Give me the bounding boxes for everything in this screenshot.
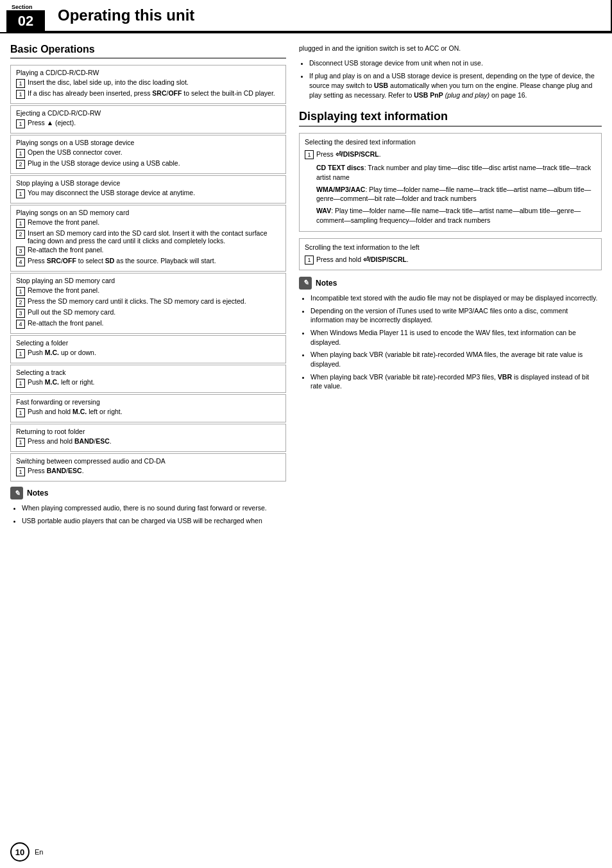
step-num: 1 xyxy=(16,287,25,296)
right-bottom-notes-list: Incompatible text stored with the audio … xyxy=(299,293,602,391)
format-cd-text: CD TEXT discs: Track number and play tim… xyxy=(316,163,596,182)
step-num: 1 xyxy=(16,379,25,388)
step: 1Press and hold ⏎/DISP/SCRL. xyxy=(305,255,596,265)
instr-title: Selecting the desired text information xyxy=(305,137,596,147)
note-item: Incompatible text stored with the audio … xyxy=(310,293,602,303)
section-label: Section xyxy=(6,1,45,10)
notes-label: Notes xyxy=(316,279,337,288)
step-num: 1 xyxy=(16,467,25,476)
step-num: 1 xyxy=(305,256,314,265)
notes-header: ✎ Notes xyxy=(10,487,286,499)
displaying-text-heading: Displaying text information xyxy=(299,110,602,126)
step: 1Push M.C. left or right. xyxy=(16,378,280,388)
step: 1Press ⏎/DISP/SCRL. xyxy=(305,150,596,159)
step-num: 4 xyxy=(16,320,25,329)
page-footer: 10 En xyxy=(10,842,43,862)
step-text: Remove the front panel. xyxy=(28,286,280,294)
step-num: 1 xyxy=(305,150,314,159)
instr-group-usb-play: Playing songs on a USB storage device 1O… xyxy=(10,135,286,174)
instr-group-track: Selecting a track 1Push M.C. left or rig… xyxy=(10,365,286,393)
notes-header: ✎ Notes xyxy=(299,277,602,290)
step-num: 1 xyxy=(16,149,25,158)
right-column: plugged in and the ignition switch is se… xyxy=(299,44,602,528)
note-item: If plug and play is on and a USB storage… xyxy=(309,71,602,100)
step-text: Press BAND/ESC. xyxy=(28,467,280,474)
notes-list: When playing compressed audio, there is … xyxy=(10,503,286,525)
left-notes-section: ✎ Notes When playing compressed audio, t… xyxy=(10,487,286,525)
instr-group-root: Returning to root folder 1Press and hold… xyxy=(10,424,286,452)
format-wma: WMA/MP3/AAC: Play time—folder name—file … xyxy=(316,185,596,204)
instr-title: Selecting a track xyxy=(16,369,280,376)
step-text: Plug in the USB storage device using a U… xyxy=(28,159,280,167)
page-title: Operating this unit xyxy=(45,0,612,32)
main-content: Basic Operations Playing a CD/CD-R/CD-RW… xyxy=(0,33,612,539)
step: 1Push M.C. up or down. xyxy=(16,349,280,358)
language-label: En xyxy=(35,848,43,856)
step-text: Push M.C. up or down. xyxy=(28,349,280,356)
step-num: 1 xyxy=(16,90,25,99)
instruction-groups: Playing a CD/CD-R/CD-RW 1Insert the disc… xyxy=(10,65,286,482)
step-text: You may disconnect the USB storage devic… xyxy=(28,189,280,196)
notes-icon: ✎ xyxy=(10,487,23,499)
step-text: Open the USB connector cover. xyxy=(28,148,280,156)
basic-operations-heading: Basic Operations xyxy=(10,44,286,58)
step-text: Pull out the SD memory card. xyxy=(28,308,280,316)
instr-title: Playing a CD/CD-R/CD-RW xyxy=(16,69,280,76)
note-item: When Windows Media Player 11 is used to … xyxy=(310,328,602,347)
right-notes-section: ✎ Notes Incompatible text stored with th… xyxy=(299,277,602,391)
notes-icon: ✎ xyxy=(299,277,312,290)
instr-group-eject: Ejecting a CD/CD-R/CD-RW 1Press ▲ (eject… xyxy=(10,105,286,134)
note-item: When playing compressed audio, there is … xyxy=(22,503,286,513)
instr-group-folder: Selecting a folder 1Push M.C. up or down… xyxy=(10,335,286,363)
instr-group-sd-play: Playing songs on an SD memory card 1Remo… xyxy=(10,205,286,272)
step: 1Press BAND/ESC. xyxy=(16,467,280,476)
instr-group-ff: Fast forwarding or reversing 1Push and h… xyxy=(10,394,286,422)
step-text: If a disc has already been inserted, pre… xyxy=(28,89,280,97)
step: 1Push and hold M.C. left or right. xyxy=(16,408,280,417)
step-text: Press ⏎/DISP/SCRL. xyxy=(316,150,596,159)
disp-instr-box-select: Selecting the desired text information 1… xyxy=(299,133,602,232)
step-num: 1 xyxy=(16,408,25,417)
step-num: 4 xyxy=(16,257,25,266)
step-num: 3 xyxy=(16,247,25,256)
instr-title: Scrolling the text information to the le… xyxy=(305,243,596,252)
step-text: Press and hold BAND/ESC. xyxy=(28,437,280,445)
instr-title: Stop playing a USB storage device xyxy=(16,179,280,187)
step-text: Press SRC/OFF to select SD as the source… xyxy=(28,257,280,265)
step-text: Insert an SD memory card into the SD car… xyxy=(28,229,280,245)
note-item: When playing back VBR (variable bit rate… xyxy=(310,372,602,391)
step: 1Remove the front panel. xyxy=(16,286,280,296)
instr-title: Playing songs on a USB storage device xyxy=(16,139,280,146)
step-num: 2 xyxy=(16,160,25,169)
step-text: Insert the disc, label side up, into the… xyxy=(28,78,280,86)
step-num: 1 xyxy=(16,189,25,198)
page-header: Section 02 Operating this unit xyxy=(0,0,612,33)
step: 1You may disconnect the USB storage devi… xyxy=(16,189,280,198)
step-text: Press the SD memory card until it clicks… xyxy=(28,297,280,305)
instr-group-cd: Playing a CD/CD-R/CD-RW 1Insert the disc… xyxy=(10,65,286,104)
instr-group-switch: Switching between compressed audio and C… xyxy=(10,453,286,482)
step-num: 1 xyxy=(16,349,25,358)
note-item: When playing back VBR (variable bit rate… xyxy=(310,350,602,369)
notes-label: Notes xyxy=(27,489,48,498)
step-num: 2 xyxy=(16,230,25,239)
section-number: 02 xyxy=(6,10,45,32)
instr-title: Playing songs on an SD memory card xyxy=(16,209,280,216)
instr-title: Fast forwarding or reversing xyxy=(16,398,280,406)
format-wav: WAV: Play time—folder name—file name—tra… xyxy=(316,206,596,225)
step: 1Open the USB connector cover. xyxy=(16,148,280,158)
note-item: USB portable audio players that can be c… xyxy=(22,516,286,526)
instr-title: Switching between compressed audio and C… xyxy=(16,457,280,465)
step-text: Remove the front panel. xyxy=(28,218,280,226)
right-top-notes: Disconnect USB storage device from unit … xyxy=(299,58,602,100)
step-text: Push M.C. left or right. xyxy=(28,378,280,386)
disp-format: CD TEXT discs: Track number and play tim… xyxy=(316,163,596,225)
continuation-paragraph: plugged in and the ignition switch is se… xyxy=(299,44,602,53)
step: 1Press and hold BAND/ESC. xyxy=(16,437,280,447)
title-text: Operating this unit xyxy=(58,6,194,24)
step-num: 1 xyxy=(16,219,25,228)
step: 2Insert an SD memory card into the SD ca… xyxy=(16,229,280,245)
step: 1Press ▲ (eject). xyxy=(16,119,280,128)
step-text: Press and hold ⏎/DISP/SCRL. xyxy=(316,255,596,265)
step: 3Pull out the SD memory card. xyxy=(16,308,280,318)
